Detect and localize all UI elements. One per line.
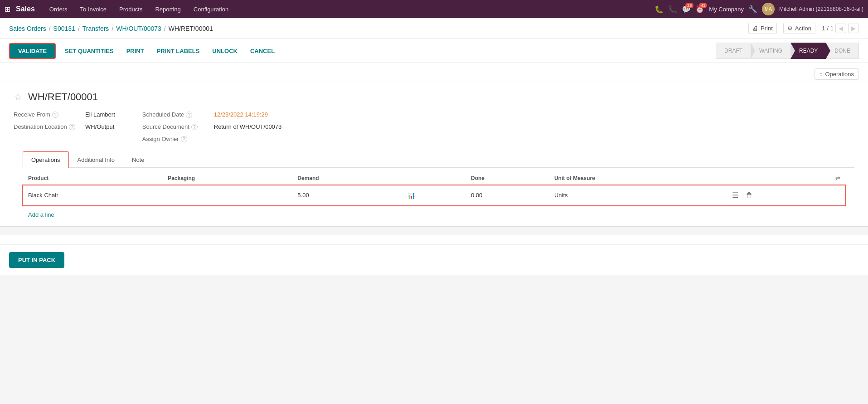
tab-note[interactable]: Note xyxy=(123,151,153,168)
row-detail-button[interactable]: ☰ xyxy=(730,190,740,200)
clock-icon[interactable]: ⏰43 xyxy=(695,5,704,14)
breadcrumb-actions: 🖨 Print ⚙ Action 1 / 1 ◀ ▶ xyxy=(748,23,859,34)
destination-location-label: Destination Location ? xyxy=(14,123,82,130)
breadcrumb-sep-4: / xyxy=(164,25,166,32)
nav-products[interactable]: Products xyxy=(114,3,148,15)
phone-icon[interactable]: 📞 xyxy=(668,5,677,14)
top-navigation: ⊞ Sales Orders To Invoice Products Repor… xyxy=(0,0,868,18)
table-header-row: Product Packaging Demand Done Unit of Me… xyxy=(23,171,845,185)
operations-top-label: Operations xyxy=(825,71,854,78)
tabs: Operations Additional Info Note xyxy=(23,151,854,168)
doc-title-row: ☆ WH/RET/00001 xyxy=(14,91,854,103)
destination-location-help[interactable]: ? xyxy=(69,124,75,130)
operations-table: Product Packaging Demand Done Unit of Me… xyxy=(23,171,845,206)
table-container: Product Packaging Demand Done Unit of Me… xyxy=(14,171,854,222)
row-delete-button[interactable]: 🗑 xyxy=(744,190,755,200)
unlock-button[interactable]: UNLOCK xyxy=(209,46,241,56)
validate-button[interactable]: VALIDATE xyxy=(9,43,56,59)
breadcrumb-current: WH/RET/00001 xyxy=(169,25,213,32)
nav-to-invoice[interactable]: To Invoice xyxy=(75,3,112,15)
scheduled-date-value: 12/23/2022 14:19:29 xyxy=(214,111,268,118)
operations-top-button[interactable]: ↕ Operations xyxy=(815,68,859,80)
row-demand: 5.00 xyxy=(292,185,402,206)
set-quantities-button[interactable]: SET QUANTITIES xyxy=(61,46,117,56)
user-name: Mitchell Admin (22118808-16-0-all) xyxy=(779,6,863,12)
scheduled-date-label: Scheduled Date ? xyxy=(142,111,210,118)
clock-badge: 43 xyxy=(699,3,707,8)
page-nav: 1 / 1 ◀ ▶ xyxy=(822,24,859,33)
chart-bar-icon[interactable]: 📊 xyxy=(407,192,415,199)
print-label: Print xyxy=(761,25,773,32)
col-product: Product xyxy=(23,171,162,185)
page-current: 1 xyxy=(822,25,825,32)
breadcrumb-wh-out[interactable]: WH/OUT/00073 xyxy=(116,25,161,32)
nav-reporting[interactable]: Reporting xyxy=(150,3,186,15)
source-document-label: Source Document ? xyxy=(142,123,210,130)
breadcrumb: Sales Orders / S00131 / Transfers / WH/O… xyxy=(9,25,213,32)
receive-from-help[interactable]: ? xyxy=(52,112,58,118)
add-line-button[interactable]: Add a line xyxy=(23,208,60,222)
tab-operations[interactable]: Operations xyxy=(23,151,69,168)
section-divider xyxy=(0,226,868,235)
print-icon: 🖨 xyxy=(752,25,758,32)
bug-icon[interactable]: 🐛 xyxy=(655,5,664,14)
toolbar: VALIDATE SET QUANTITIES PRINT PRINT LABE… xyxy=(0,39,868,63)
col-settings: ⇌ xyxy=(725,171,845,185)
row-product: Black Chair xyxy=(23,185,162,206)
table-row[interactable]: Black Chair 5.00 📊 0.00 Units ☰ 🗑 xyxy=(23,185,845,206)
step-waiting[interactable]: WAITING xyxy=(751,43,791,59)
tab-additional-info[interactable]: Additional Info xyxy=(69,151,123,168)
put-in-pack-button[interactable]: PUT IN PACK xyxy=(9,252,64,268)
source-document-row: Source Document ? Return of WH/OUT/00073 xyxy=(142,123,282,130)
row-packaging xyxy=(162,185,292,206)
col-demand: Demand xyxy=(292,171,402,185)
step-ready[interactable]: READY xyxy=(790,43,826,59)
company-name: My Company xyxy=(709,6,744,13)
scheduled-date-help[interactable]: ? xyxy=(186,112,192,118)
breadcrumb-sep-2: / xyxy=(78,25,80,32)
avatar[interactable]: MA xyxy=(762,3,775,15)
source-document-help[interactable]: ? xyxy=(191,124,198,130)
next-arrow[interactable]: ▶ xyxy=(848,24,859,33)
action-label: Action xyxy=(795,25,811,32)
nav-configuration[interactable]: Configuration xyxy=(188,3,234,15)
prev-arrow[interactable]: ◀ xyxy=(835,24,846,33)
scheduled-date-row: Scheduled Date ? 12/23/2022 14:19:29 xyxy=(142,111,282,118)
wrench-icon[interactable]: 🔧 xyxy=(748,5,757,14)
table-body: Black Chair 5.00 📊 0.00 Units ☰ 🗑 xyxy=(23,185,845,206)
receive-from-row: Receive From ? Eli Lambert xyxy=(14,111,115,118)
action-button[interactable]: ⚙ Action xyxy=(783,23,815,34)
col-settings-icon[interactable]: ⇌ xyxy=(835,175,840,181)
col-packaging: Packaging xyxy=(162,171,292,185)
breadcrumb-sales-orders[interactable]: Sales Orders xyxy=(9,25,46,32)
breadcrumb-s00131[interactable]: S00131 xyxy=(53,25,75,32)
step-done[interactable]: DONE xyxy=(826,43,859,59)
bottom-toolbar: PUT IN PACK xyxy=(0,244,868,275)
source-document-value: Return of WH/OUT/00073 xyxy=(214,123,282,130)
main-content: ↕ Operations ☆ WH/RET/00001 Receive From… xyxy=(0,63,868,275)
row-uom: Units xyxy=(549,185,725,206)
gear-icon: ⚙ xyxy=(787,25,793,32)
step-draft[interactable]: DRAFT xyxy=(716,43,751,59)
swap-icon: ↕ xyxy=(820,71,823,78)
assign-owner-label: Assign Owner ? xyxy=(142,136,210,142)
print-button[interactable]: 🖨 Print xyxy=(748,23,777,34)
favorite-star[interactable]: ☆ xyxy=(14,91,23,103)
col-done: Done xyxy=(466,171,549,185)
apps-icon[interactable]: ⊞ xyxy=(5,5,10,14)
document-header: ☆ WH/RET/00001 Receive From ? Eli Lamber… xyxy=(0,82,868,226)
print-toolbar-button[interactable]: PRINT xyxy=(123,46,148,56)
chat-icon[interactable]: 💬23 xyxy=(682,5,691,14)
chat-badge: 23 xyxy=(685,3,693,8)
assign-owner-help[interactable]: ? xyxy=(181,136,187,142)
nav-right: 🐛 📞 💬23 ⏰43 My Company 🔧 MA Mitchell Adm… xyxy=(655,3,863,15)
print-labels-button[interactable]: PRINT LABELS xyxy=(153,46,204,56)
breadcrumb-bar: Sales Orders / S00131 / Transfers / WH/O… xyxy=(0,18,868,39)
row-chart-icon[interactable]: 📊 xyxy=(402,185,466,206)
page-total: 1 xyxy=(830,25,834,32)
breadcrumb-transfers[interactable]: Transfers xyxy=(82,25,109,32)
doc-fields: Receive From ? Eli Lambert Destination L… xyxy=(14,111,854,142)
destination-location-row: Destination Location ? WH/Output xyxy=(14,123,115,130)
cancel-button[interactable]: CANCEL xyxy=(247,46,278,56)
nav-orders[interactable]: Orders xyxy=(44,3,73,15)
